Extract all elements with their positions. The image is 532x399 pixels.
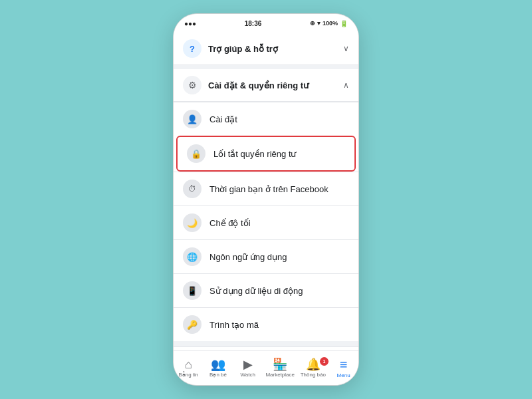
status-signal: ●●● — [184, 20, 196, 27]
settings-privacy-icon: ⚙ — [183, 76, 201, 94]
nav-watch-label: Watch — [241, 372, 255, 378]
language-icon: 🌐 — [183, 247, 201, 266]
nav-menu-label: Menu — [337, 372, 350, 378]
privacy-shortcut-item[interactable]: 🔒 Lối tắt quyền riêng tư — [176, 136, 356, 172]
battery-icon: 🔋 — [340, 20, 348, 27]
dark-mode-icon: 🌙 — [183, 213, 201, 232]
nav-watch[interactable]: ▶ Watch — [236, 358, 260, 378]
wifi-icon: ▾ — [317, 20, 321, 27]
nav-friends-label: Bạn bè — [209, 372, 227, 378]
phone-frame: ●●● 18:36 ⊕ ▾ 100% 🔋 ? Trợ giúp & hỗ trợ… — [173, 13, 359, 386]
nav-friends[interactable]: 👥 Bạn bè — [206, 358, 230, 378]
nav-notifications[interactable]: 🔔 1 Thông báo — [301, 358, 326, 378]
settings-privacy-label: Cài đặt & quyền riêng tư — [208, 80, 309, 90]
settings-item-icon: 👤 — [183, 110, 201, 128]
watch-icon: ▶ — [243, 358, 253, 370]
time-facebook-label: Thời gian bạn ở trên Facebook — [209, 184, 349, 194]
content-area: ? Trợ giúp & hỗ trợ ∨ ⚙ Cài đặt & quyền … — [174, 33, 358, 350]
settings-privacy-header[interactable]: ⚙ Cài đặt & quyền riêng tư ∧ — [174, 69, 358, 102]
settings-privacy-chevron: ∧ — [343, 80, 349, 90]
home-icon: ⌂ — [185, 358, 192, 370]
language-label: Ngôn ngữ ứng dụng — [209, 252, 349, 262]
notifications-badge: 1 — [320, 357, 329, 366]
help-icon: ? — [183, 39, 201, 58]
nav-notifications-label: Thông báo — [301, 372, 326, 378]
friends-icon: 👥 — [211, 358, 225, 370]
location-icon: ⊕ — [310, 20, 315, 27]
privacy-shortcut-icon: 🔒 — [187, 144, 205, 163]
help-section: ? Trợ giúp & hỗ trợ ∨ — [174, 33, 358, 65]
help-header[interactable]: ? Trợ giúp & hỗ trợ ∨ — [174, 33, 358, 65]
status-bar: ●●● 18:36 ⊕ ▾ 100% 🔋 — [174, 14, 358, 33]
nav-menu[interactable]: ≡ Menu — [332, 358, 356, 378]
status-battery: ⊕ ▾ 100% 🔋 — [310, 20, 348, 27]
menu-icon: ≡ — [340, 358, 348, 371]
nav-marketplace-label: Marketplace — [265, 372, 295, 378]
code-generator-item[interactable]: 🔑 Trình tạo mã — [174, 307, 358, 341]
dark-mode-label: Chế độ tối — [209, 218, 349, 228]
code-generator-label: Trình tạo mã — [209, 320, 349, 330]
settings-item[interactable]: 👤 Cài đặt — [174, 102, 358, 136]
help-label: Trợ giúp & hỗ trợ — [208, 44, 278, 54]
language-item[interactable]: 🌐 Ngôn ngữ ứng dụng — [174, 239, 358, 273]
settings-privacy-section: ⚙ Cài đặt & quyền riêng tư ∧ 👤 Cài đặt 🔒… — [174, 69, 358, 341]
mobile-data-icon: 📱 — [183, 281, 201, 300]
help-chevron: ∨ — [343, 44, 349, 53]
status-time: 18:36 — [245, 20, 262, 27]
dark-mode-item[interactable]: 🌙 Chế độ tối — [174, 205, 358, 239]
code-generator-icon: 🔑 — [183, 315, 201, 334]
settings-item-label: Cài đặt — [209, 114, 349, 124]
mobile-data-item[interactable]: 📱 Sử dụng dữ liệu di động — [174, 273, 358, 307]
marketplace-icon: 🏪 — [273, 358, 287, 370]
notifications-icon: 🔔 — [306, 358, 321, 370]
time-facebook-icon: ⏱ — [183, 180, 201, 198]
nav-home-label: Bảng tin — [178, 372, 198, 378]
bottom-nav: ⌂ Bảng tin 👥 Bạn bè ▶ Watch 🏪 Marketplac… — [174, 350, 358, 385]
time-facebook-item[interactable]: ⏱ Thời gian bạn ở trên Facebook — [174, 172, 358, 205]
privacy-shortcut-label: Lối tắt quyền riêng tư — [213, 149, 345, 159]
mobile-data-label: Sử dụng dữ liệu di động — [209, 286, 349, 296]
nav-marketplace[interactable]: 🏪 Marketplace — [265, 358, 295, 378]
nav-home[interactable]: ⌂ Bảng tin — [176, 358, 200, 378]
